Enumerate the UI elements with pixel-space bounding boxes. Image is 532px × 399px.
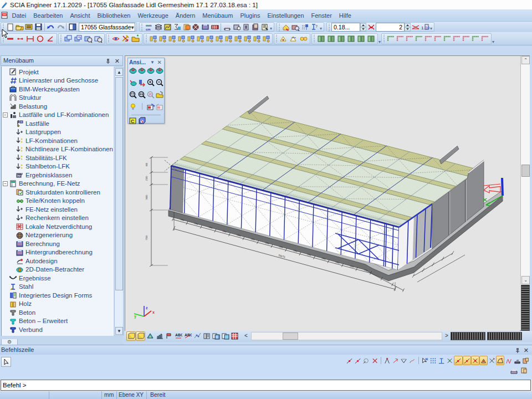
svg-text:y: y: [134, 314, 136, 319]
svg-text:10: 10: [425, 26, 429, 30]
svg-text:1500: 1500: [145, 176, 148, 181]
svg-text:R: R: [149, 93, 152, 96]
svg-text:7500: 7500: [145, 235, 148, 241]
svg-text:cm: cm: [146, 28, 151, 31]
svg-text:?: ?: [315, 24, 318, 28]
svg-text:C: C: [131, 119, 135, 124]
svg-text:600: 600: [145, 162, 148, 166]
svg-text:mm: mm: [146, 24, 152, 27]
svg-text:z: z: [146, 306, 148, 310]
svg-text:3400: 3400: [145, 195, 148, 200]
svg-text:ABC: ABC: [175, 333, 182, 337]
svg-text:1.: 1.: [421, 25, 425, 30]
svg-text:x: x: [152, 310, 155, 314]
